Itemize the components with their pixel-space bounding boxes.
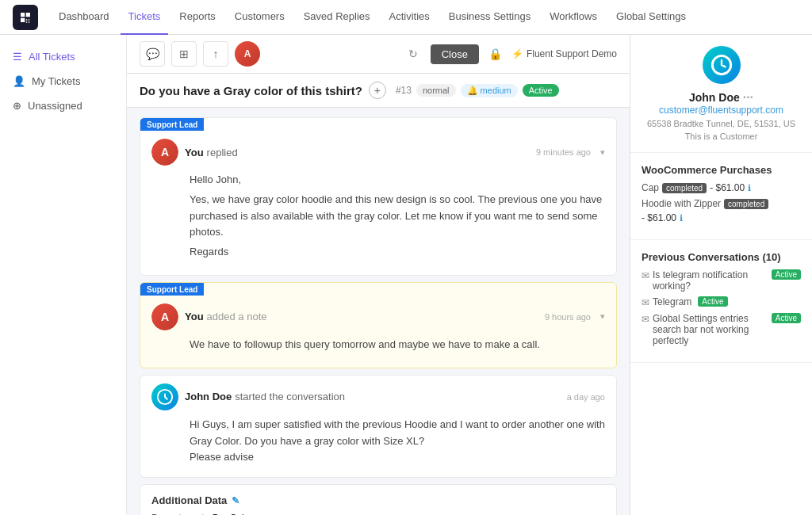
additional-data-title: Additional Data ✎ xyxy=(151,494,605,506)
email-icon-2: ✉ xyxy=(642,314,649,325)
edit-additional-data-btn[interactable]: ✎ xyxy=(232,495,239,506)
purchase-info-1[interactable]: ℹ xyxy=(680,213,683,223)
close-button[interactable]: Close xyxy=(431,44,479,64)
customer-address: 65538 Bradtke Tunnel, DE, 51531, US xyxy=(642,119,801,128)
ticket-body: Support Lead A You replied 9 minutes ago… xyxy=(127,108,630,515)
list-icon: ☰ xyxy=(13,51,22,63)
message-author-3: John Doe xyxy=(185,391,232,402)
additional-data-card: Additional Data ✎ Department : Pre-Sale … xyxy=(140,484,617,515)
customer-email[interactable]: customer@fluentsupport.com xyxy=(642,105,801,116)
message-body-2: We have to followup this query tomorrow … xyxy=(140,335,616,368)
ticket-title: Do you have a Gray color of this tshirt? xyxy=(140,84,362,97)
previous-conversations-title: Previous Conversations (10) xyxy=(642,251,801,263)
chat-icon-btn[interactable]: 💬 xyxy=(140,41,165,67)
message-meta-3: John Doe started the conversation xyxy=(185,391,561,402)
sidebar-label-unassigned: Unassigned xyxy=(28,100,82,112)
conv-status-2: Active xyxy=(772,313,801,323)
center-content: 💬 ⊞ ↑ A ↻ Close 🔒 ⚡ Fluent Support Demo … xyxy=(127,35,630,515)
ticket-id: #13 xyxy=(396,85,412,96)
sidebar-label-all-tickets: All Tickets xyxy=(29,51,75,63)
message-header-2: A You added a note 9 hours ago ▾ xyxy=(140,296,616,335)
sidebar-item-unassigned[interactable]: ⊕ Unassigned xyxy=(0,93,126,118)
columns-icon-btn[interactable]: ⊞ xyxy=(171,41,197,67)
message-author-1: You xyxy=(185,147,204,158)
customer-name: John Doe ··· xyxy=(642,90,801,105)
add-tag-button[interactable]: + xyxy=(369,82,386,99)
nav-dashboard[interactable]: Dashboard xyxy=(51,0,117,35)
purchase-item-0: Cap completed - $61.00 ℹ xyxy=(642,182,801,193)
right-sidebar: John Doe ··· customer@fluentsupport.com … xyxy=(630,35,812,515)
message-header-3: John Doe started the conversation a day … xyxy=(140,376,616,415)
woocommerce-title: WooCommerce Purchases xyxy=(642,164,801,176)
nav-activities[interactable]: Activities xyxy=(381,0,438,35)
message-meta-2: You added a note xyxy=(185,311,538,322)
expand-btn-1[interactable]: ▾ xyxy=(600,147,605,158)
app-logo xyxy=(13,5,38,30)
message-header-1: A You replied 9 minutes ago ▾ xyxy=(140,131,616,170)
agent-avatar-btn[interactable]: A xyxy=(235,41,260,67)
woocommerce-card: WooCommerce Purchases Cap completed - $6… xyxy=(630,153,812,240)
purchase-info-0[interactable]: ℹ xyxy=(748,183,751,193)
type-badge: 🔔 medium xyxy=(461,84,518,97)
purchase-item-1: Hoodie with Zipper completed - $61.00 ℹ xyxy=(642,198,801,223)
status-completed-1: completed xyxy=(724,199,768,209)
message-body-1: Hello John, Yes, we have gray color hood… xyxy=(140,170,616,275)
email-icon-1: ✉ xyxy=(642,297,649,308)
message-author-2: You xyxy=(185,311,204,322)
main-layout: ☰ All Tickets 👤 My Tickets ⊕ Unassigned … xyxy=(0,35,812,515)
lock-icon: 🔒 xyxy=(488,48,502,60)
refresh-btn[interactable]: ↻ xyxy=(402,43,424,65)
ticket-toolbar: 💬 ⊞ ↑ A ↻ Close 🔒 ⚡ Fluent Support Demo xyxy=(127,35,630,74)
ticket-meta: #13 normal 🔔 medium Active xyxy=(396,84,559,97)
message-card-note: Support Lead A You added a note 9 hours … xyxy=(140,282,617,368)
conv-status-0: Active xyxy=(772,269,801,280)
nav-tickets[interactable]: Tickets xyxy=(121,0,169,35)
sidebar-item-my-tickets[interactable]: 👤 My Tickets xyxy=(0,69,126,93)
expand-btn-2[interactable]: ▾ xyxy=(600,311,605,322)
sidebar-label-my-tickets: My Tickets xyxy=(32,75,80,87)
message-meta-1: You replied xyxy=(185,147,530,158)
nav-saved-replies[interactable]: Saved Replies xyxy=(296,0,378,35)
prev-conv-1: ✉ Telegram Active xyxy=(642,296,801,308)
priority-badge: normal xyxy=(416,84,456,97)
customer-tag: This is a Customer xyxy=(642,132,801,141)
ticket-title-bar: Do you have a Gray color of this tshirt?… xyxy=(127,74,630,108)
prev-conv-2: ✉ Global Settings entries search bar not… xyxy=(642,313,801,346)
nav-customers[interactable]: Customers xyxy=(227,0,293,35)
business-icon: ⚡ xyxy=(511,48,523,59)
customer-info-card: John Doe ··· customer@fluentsupport.com … xyxy=(630,35,812,153)
customer-more-btn[interactable]: ··· xyxy=(743,90,753,105)
previous-conversations-card: Previous Conversations (10) ✉ Is telegra… xyxy=(630,240,812,363)
support-lead-badge-2: Support Lead xyxy=(140,284,204,296)
message-card-system: John Doe started the conversation a day … xyxy=(140,375,617,478)
left-sidebar: ☰ All Tickets 👤 My Tickets ⊕ Unassigned xyxy=(0,35,127,515)
top-nav: Dashboard Tickets Reports Customers Save… xyxy=(0,0,812,35)
support-lead-badge-1: Support Lead xyxy=(140,119,204,131)
customer-avatar xyxy=(703,46,741,84)
nav-global-settings[interactable]: Global Settings xyxy=(608,0,694,35)
agent-avatar-2: A xyxy=(151,303,178,330)
nav-workflows[interactable]: Workflows xyxy=(542,0,605,35)
message-action-1: replied xyxy=(207,147,238,158)
user-icon: 👤 xyxy=(13,75,25,87)
agent-avatar-1: A xyxy=(151,139,178,166)
unassigned-icon: ⊕ xyxy=(13,100,21,112)
nav-reports[interactable]: Reports xyxy=(171,0,224,35)
message-body-3: Hi Guys, I am super satisfied with the p… xyxy=(140,415,616,477)
message-time-1: 9 minutes ago xyxy=(536,147,591,157)
conv-status-1: Active xyxy=(698,296,727,307)
prev-conv-0: ✉ Is telegram notification working? Acti… xyxy=(642,269,801,292)
message-action-2: added a note xyxy=(207,311,267,322)
upload-icon-btn[interactable]: ↑ xyxy=(203,41,228,67)
sidebar-item-all-tickets[interactable]: ☰ All Tickets xyxy=(0,44,126,69)
message-time-2: 9 hours ago xyxy=(545,312,591,322)
message-card-reply: Support Lead A You replied 9 minutes ago… xyxy=(140,117,617,276)
status-completed-0: completed xyxy=(662,183,707,193)
message-time-3: a day ago xyxy=(567,392,605,402)
message-action-3: started the conversation xyxy=(235,391,345,402)
business-name: ⚡ Fluent Support Demo xyxy=(511,48,617,59)
nav-business-settings[interactable]: Business Settings xyxy=(441,0,538,35)
email-icon-0: ✉ xyxy=(642,270,649,281)
status-badge: Active xyxy=(523,84,559,97)
customer-avatar-msg xyxy=(151,383,178,410)
